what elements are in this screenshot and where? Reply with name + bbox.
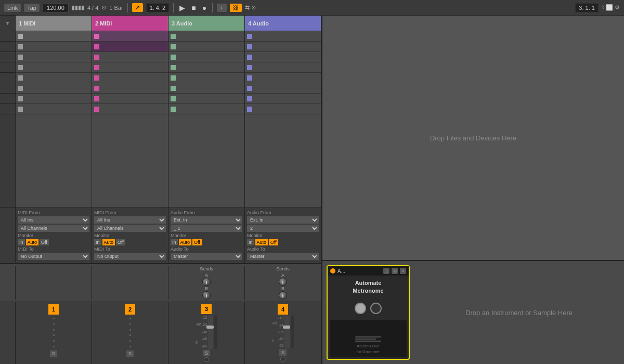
to-select-3[interactable]: Master — [171, 253, 242, 260]
from-select-4[interactable]: Ext. In — [247, 216, 319, 224]
clip-4-3[interactable] — [245, 52, 321, 62]
fader-handle-4[interactable] — [283, 326, 290, 329]
monitor-auto-3[interactable]: Auto — [179, 239, 192, 245]
clip-3-6[interactable] — [168, 83, 244, 94]
from-select-3[interactable]: Ext. In — [171, 216, 242, 224]
send-b-knob-3[interactable] — [202, 291, 211, 300]
record-btn-3[interactable] — [204, 357, 209, 362]
clip-2-7[interactable] — [92, 94, 168, 104]
scene-7[interactable] — [0, 94, 15, 104]
clip-1-2[interactable] — [16, 42, 92, 52]
clip-4-4[interactable] — [245, 62, 321, 73]
clip-1-7[interactable] — [16, 94, 92, 104]
track-header-4[interactable]: 4 Audio — [245, 16, 321, 31]
collapse-icon[interactable]: ▼ — [5, 20, 10, 26]
record-btn-4[interactable] — [280, 357, 285, 362]
clip-2-2[interactable] — [92, 42, 168, 52]
clip-1-8[interactable] — [16, 104, 92, 114]
clip-4-6[interactable] — [245, 83, 321, 94]
clip-3-2[interactable] — [168, 42, 244, 52]
track-3-number[interactable]: 3 — [201, 304, 212, 314]
chan-select-4[interactable]: 2 — [247, 225, 319, 232]
monitor-in-4[interactable]: In — [247, 239, 254, 245]
device-ctrl-circle-1[interactable] — [355, 303, 366, 314]
track-4-number[interactable]: 4 — [278, 304, 288, 315]
solo-btn-1[interactable]: S — [50, 350, 57, 357]
clip-3-3[interactable] — [168, 52, 244, 62]
scene-2[interactable] — [0, 42, 15, 52]
clip-3-5[interactable] — [168, 73, 244, 83]
monitor-auto-1[interactable]: Auto — [26, 239, 39, 245]
clip-4-5[interactable] — [245, 73, 321, 83]
scene-1[interactable] — [0, 31, 15, 42]
link-mode-button[interactable]: ⛓ — [230, 4, 242, 12]
clip-1-5[interactable] — [16, 73, 92, 83]
fader-handle-3[interactable] — [206, 326, 214, 329]
chan-select-2[interactable]: All Channels — [94, 225, 166, 232]
fader-4[interactable] — [284, 316, 290, 349]
clip-2-3[interactable] — [92, 52, 168, 62]
record-button[interactable]: ● — [201, 4, 208, 12]
clip-2-6[interactable] — [92, 83, 168, 94]
to-select-2[interactable]: No Output — [94, 253, 166, 260]
clip-4-8[interactable] — [245, 104, 321, 114]
stop-button[interactable]: ■ — [190, 4, 197, 12]
clip-3-8[interactable] — [168, 104, 244, 114]
track-1-number[interactable]: 1 — [48, 304, 59, 315]
monitor-off-1[interactable]: Off — [40, 239, 49, 245]
clip-1-6[interactable] — [16, 83, 92, 94]
add-button[interactable]: + — [217, 4, 226, 12]
clip-4-1[interactable] — [245, 31, 321, 42]
from-select-1[interactable]: All Ins — [18, 216, 89, 224]
send-a-knob-3[interactable] — [202, 278, 211, 286]
track-header-1[interactable]: 1 MIDI — [16, 16, 92, 31]
scene-3[interactable] — [0, 52, 15, 62]
device-settings-btn[interactable]: ⚙ — [392, 268, 398, 274]
monitor-in-1[interactable]: In — [18, 239, 25, 245]
clip-3-1[interactable] — [168, 31, 244, 42]
clip-3-7[interactable] — [168, 94, 244, 104]
clip-2-1[interactable] — [92, 31, 168, 42]
device-close-btn[interactable]: × — [400, 268, 406, 274]
monitor-off-3[interactable]: Off — [192, 239, 202, 245]
monitor-in-3[interactable]: In — [171, 239, 178, 245]
clip-4-2[interactable] — [245, 42, 321, 52]
tap-button[interactable]: Tap — [24, 4, 40, 12]
clip-1-4[interactable] — [16, 62, 92, 73]
scene-4[interactable] — [0, 62, 15, 73]
clip-1-1[interactable] — [16, 31, 92, 42]
monitor-auto-4[interactable]: Auto — [255, 239, 268, 245]
clip-1-3[interactable] — [16, 52, 92, 62]
to-select-1[interactable]: No Output — [18, 253, 89, 260]
clip-2-5[interactable] — [92, 73, 168, 83]
scene-6[interactable] — [0, 83, 15, 94]
send-b-knob-4[interactable] — [279, 291, 287, 300]
scene-5[interactable] — [0, 73, 15, 83]
monitor-off-2[interactable]: Off — [116, 239, 125, 245]
chan-select-1[interactable]: All Channels — [18, 225, 89, 232]
track-header-2[interactable]: 2 MIDI — [92, 16, 168, 31]
scene-8[interactable] — [0, 104, 15, 114]
link-button[interactable]: Link — [4, 4, 21, 12]
bpm-input[interactable] — [43, 3, 69, 12]
clip-2-4[interactable] — [92, 62, 168, 73]
monitor-in-2[interactable]: In — [94, 239, 101, 245]
fader-3[interactable] — [208, 315, 213, 349]
solo-btn-3[interactable]: S — [203, 350, 210, 356]
monitor-off-4[interactable]: Off — [269, 239, 278, 245]
play-button[interactable]: ▶ — [178, 4, 187, 12]
send-a-knob-4[interactable] — [279, 278, 287, 286]
clip-3-4[interactable] — [168, 62, 244, 73]
clip-2-8[interactable] — [92, 104, 168, 114]
loop-selector[interactable]: 1 Bar — [109, 5, 123, 11]
session-view-button[interactable]: ↗ — [132, 3, 143, 12]
device-fold-btn[interactable]: □ — [383, 268, 389, 274]
to-select-4[interactable]: Master — [247, 253, 319, 260]
from-select-2[interactable]: All Ins — [94, 216, 166, 224]
monitor-auto-2[interactable]: Auto — [102, 239, 115, 245]
chan-select-3[interactable]: _ 1 — [171, 225, 242, 232]
clip-4-7[interactable] — [245, 94, 321, 104]
track-2-number[interactable]: 2 — [125, 304, 135, 315]
device-power-dot[interactable] — [330, 268, 335, 274]
solo-btn-2[interactable]: S — [126, 350, 134, 357]
